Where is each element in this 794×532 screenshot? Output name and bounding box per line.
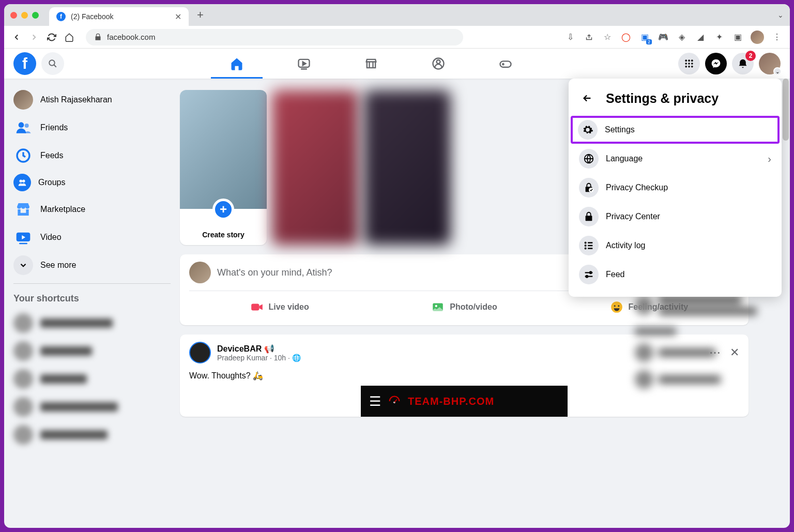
post-author[interactable]: DeviceBAR 📢 — [217, 344, 703, 354]
download-icon[interactable]: ⇩ — [564, 32, 576, 43]
facebook-logo[interactable]: f — [13, 52, 36, 75]
back-button[interactable] — [11, 32, 22, 42]
notification-badge: 2 — [745, 51, 756, 61]
account-button[interactable]: ⌄ — [759, 53, 781, 74]
shortcut-item[interactable] — [8, 337, 176, 365]
post-image[interactable]: ☰ TEAM-BHP.COM — [361, 386, 568, 417]
lock-icon — [579, 207, 599, 226]
chevron-down-icon: ⌄ — [773, 67, 782, 75]
shortcuts-heading: Your shortcuts — [8, 288, 176, 309]
svg-point-17 — [20, 180, 23, 183]
facebook-favicon: f — [56, 12, 66, 21]
dropdown-settings[interactable]: Settings — [571, 116, 780, 144]
reload-button[interactable] — [47, 32, 57, 42]
search-button[interactable] — [41, 52, 64, 75]
chevron-down-icon — [13, 255, 33, 275]
sidebar-groups[interactable]: Groups — [8, 170, 176, 195]
svg-point-7 — [691, 59, 693, 62]
shortcut-item[interactable] — [8, 365, 176, 393]
forward-button — [29, 32, 39, 42]
maximize-window[interactable] — [32, 12, 39, 19]
tabs-overflow-icon[interactable]: ⌄ — [777, 11, 784, 19]
shortcut-item[interactable] — [8, 393, 176, 421]
shortcut-item[interactable] — [8, 421, 176, 449]
extensions-icon[interactable]: ✦ — [713, 32, 725, 43]
plus-icon: + — [212, 199, 234, 220]
close-tab-icon[interactable]: ✕ — [175, 12, 181, 22]
dropdown-privacy-center[interactable]: Privacy Center — [572, 203, 778, 231]
header-right: 2 ⌄ — [678, 53, 781, 74]
scrollbar[interactable] — [783, 79, 789, 141]
svg-rect-4 — [500, 61, 511, 67]
svg-point-26 — [618, 305, 619, 307]
photo-icon — [431, 300, 445, 314]
menu-grid-button[interactable] — [678, 53, 700, 74]
new-tab-button[interactable]: + — [197, 8, 204, 22]
sidebar-friends[interactable]: Friends — [8, 114, 176, 142]
nav-gaming[interactable] — [475, 49, 537, 79]
svg-point-14 — [19, 122, 24, 128]
browser-actions: ⇩ ☆ ◯ ▣2 🎮 ◈ ◢ ✦ ▣ ⋮ — [564, 31, 783, 44]
minimize-window[interactable] — [21, 12, 28, 19]
nav-home[interactable] — [206, 49, 268, 79]
extension-blue-icon[interactable]: ▣2 — [639, 32, 650, 43]
friends-icon — [13, 118, 33, 138]
browser-profile-avatar[interactable] — [751, 31, 764, 44]
post-avatar[interactable] — [189, 342, 211, 363]
right-column — [635, 296, 780, 397]
story-image: + — [180, 90, 267, 209]
svg-point-13 — [691, 66, 693, 68]
svg-point-5 — [685, 59, 687, 62]
tab-title: (2) Facebook — [71, 12, 113, 21]
post-meta: Pradeep Kumar · 10h · 🌐 — [217, 354, 703, 362]
hamburger-icon: ☰ — [369, 393, 381, 409]
messenger-button[interactable] — [705, 53, 727, 74]
live-video-button[interactable]: Live video — [189, 296, 370, 318]
sidepanel-icon[interactable]: ▣ — [732, 32, 743, 43]
dropdown-feed[interactable]: Feed — [572, 261, 778, 288]
svg-point-0 — [49, 60, 55, 66]
story-card[interactable] — [272, 90, 359, 245]
watch-icon — [297, 56, 311, 71]
nav-marketplace[interactable] — [340, 49, 402, 79]
sidebar-see-more[interactable]: See more — [8, 251, 176, 279]
avatar[interactable] — [189, 262, 211, 283]
browser-menu-icon[interactable]: ⋮ — [771, 32, 783, 43]
story-card[interactable] — [364, 90, 451, 245]
svg-point-8 — [685, 63, 687, 65]
dropdown-privacy-checkup[interactable]: Privacy Checkup — [572, 174, 778, 202]
nav-groups[interactable] — [407, 49, 469, 79]
svg-point-23 — [435, 305, 437, 307]
notifications-button[interactable]: 2 — [732, 53, 754, 74]
share-icon[interactable] — [583, 32, 594, 43]
svg-point-12 — [688, 66, 690, 68]
sidebar-profile[interactable]: Atish Rajasekharan — [8, 86, 176, 114]
extension-opera-icon[interactable]: ◯ — [620, 32, 632, 43]
address-bar[interactable]: facebook.com — [86, 29, 463, 45]
shortcut-item[interactable] — [8, 309, 176, 337]
close-window[interactable] — [10, 12, 17, 19]
sidebar-marketplace[interactable]: Marketplace — [8, 195, 176, 223]
dropdown-language[interactable]: Language › — [572, 145, 778, 173]
sidebar-video[interactable]: Video — [8, 223, 176, 251]
nav-watch[interactable] — [273, 49, 335, 79]
extension-send-icon[interactable]: ◈ — [676, 32, 688, 43]
gear-icon — [578, 120, 598, 140]
sidebar-feeds[interactable]: Feeds — [8, 142, 176, 170]
browser-tab[interactable]: f (2) Facebook ✕ — [49, 7, 189, 26]
back-button[interactable] — [578, 89, 597, 108]
dropdown-activity-log[interactable]: Activity log — [572, 232, 778, 260]
search-icon — [48, 59, 57, 68]
avatar — [13, 90, 33, 110]
create-story-card[interactable]: + Create story — [180, 90, 267, 245]
extension-game-icon[interactable]: 🎮 — [658, 32, 669, 43]
bookmark-star-icon[interactable]: ☆ — [602, 32, 613, 43]
svg-point-34 — [586, 276, 588, 278]
url-text: facebook.com — [107, 33, 155, 41]
photo-video-button[interactable]: Photo/video — [374, 296, 554, 318]
lock-icon — [94, 33, 102, 41]
home-button[interactable] — [64, 32, 74, 42]
extension-brush-icon[interactable]: ◢ — [695, 32, 706, 43]
svg-point-11 — [685, 66, 687, 68]
marketplace-icon — [364, 56, 378, 71]
